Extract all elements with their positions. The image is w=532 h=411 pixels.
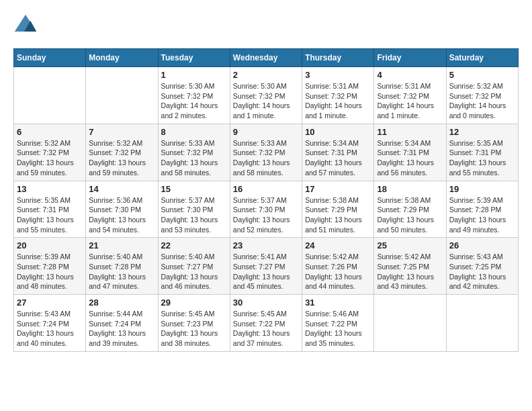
day-number: 28 bbox=[89, 298, 154, 308]
day-info: Sunrise: 5:30 AM Sunset: 7:32 PM Dayligh… bbox=[233, 81, 299, 121]
weekday-header: Saturday bbox=[446, 49, 518, 67]
logo-icon bbox=[13, 13, 38, 38]
day-number: 31 bbox=[305, 298, 371, 308]
day-number: 23 bbox=[233, 240, 299, 250]
weekday-header: Tuesday bbox=[158, 49, 230, 67]
day-info: Sunrise: 5:39 AM Sunset: 7:28 PM Dayligh… bbox=[17, 252, 83, 291]
weekday-header: Thursday bbox=[302, 49, 374, 67]
day-number: 14 bbox=[89, 184, 154, 194]
day-number: 26 bbox=[449, 240, 515, 250]
calendar-cell: 15Sunrise: 5:37 AM Sunset: 7:30 PM Dayli… bbox=[158, 181, 230, 238]
logo bbox=[13, 13, 42, 38]
calendar-cell: 28Sunrise: 5:44 AM Sunset: 7:24 PM Dayli… bbox=[86, 295, 158, 352]
calendar-cell: 24Sunrise: 5:42 AM Sunset: 7:26 PM Dayli… bbox=[302, 238, 374, 295]
weekday-header: Wednesday bbox=[230, 49, 302, 67]
day-number: 30 bbox=[233, 298, 299, 308]
day-info: Sunrise: 5:45 AM Sunset: 7:23 PM Dayligh… bbox=[161, 309, 227, 349]
day-info: Sunrise: 5:35 AM Sunset: 7:31 PM Dayligh… bbox=[17, 195, 83, 235]
day-info: Sunrise: 5:32 AM Sunset: 7:32 PM Dayligh… bbox=[89, 138, 154, 178]
weekday-header: Sunday bbox=[14, 49, 86, 67]
calendar-cell: 19Sunrise: 5:39 AM Sunset: 7:28 PM Dayli… bbox=[446, 181, 518, 238]
day-number: 22 bbox=[161, 240, 227, 250]
calendar-week-row: 27Sunrise: 5:43 AM Sunset: 7:24 PM Dayli… bbox=[14, 295, 519, 352]
day-info: Sunrise: 5:42 AM Sunset: 7:26 PM Dayligh… bbox=[305, 252, 371, 291]
weekday-header: Monday bbox=[86, 49, 158, 67]
calendar-cell bbox=[446, 295, 518, 352]
day-info: Sunrise: 5:41 AM Sunset: 7:27 PM Dayligh… bbox=[233, 252, 299, 291]
day-number: 12 bbox=[449, 127, 515, 137]
calendar-cell bbox=[14, 67, 86, 124]
calendar-cell: 10Sunrise: 5:34 AM Sunset: 7:31 PM Dayli… bbox=[302, 124, 374, 181]
calendar-cell: 1Sunrise: 5:30 AM Sunset: 7:32 PM Daylig… bbox=[158, 67, 230, 124]
day-number: 27 bbox=[17, 298, 83, 308]
day-info: Sunrise: 5:31 AM Sunset: 7:32 PM Dayligh… bbox=[305, 81, 371, 121]
day-number: 25 bbox=[377, 240, 443, 250]
day-number: 15 bbox=[161, 184, 227, 194]
calendar-cell: 14Sunrise: 5:36 AM Sunset: 7:30 PM Dayli… bbox=[86, 181, 158, 238]
day-number: 24 bbox=[305, 240, 371, 250]
weekday-header: Friday bbox=[374, 49, 446, 67]
calendar-cell: 9Sunrise: 5:33 AM Sunset: 7:32 PM Daylig… bbox=[230, 124, 302, 181]
calendar-cell: 16Sunrise: 5:37 AM Sunset: 7:30 PM Dayli… bbox=[230, 181, 302, 238]
day-info: Sunrise: 5:46 AM Sunset: 7:22 PM Dayligh… bbox=[305, 309, 371, 349]
day-info: Sunrise: 5:37 AM Sunset: 7:30 PM Dayligh… bbox=[161, 195, 227, 235]
calendar-cell: 21Sunrise: 5:40 AM Sunset: 7:28 PM Dayli… bbox=[86, 238, 158, 295]
day-number: 18 bbox=[377, 184, 443, 194]
day-info: Sunrise: 5:44 AM Sunset: 7:24 PM Dayligh… bbox=[89, 309, 154, 349]
day-info: Sunrise: 5:40 AM Sunset: 7:27 PM Dayligh… bbox=[161, 252, 227, 291]
calendar-cell: 6Sunrise: 5:32 AM Sunset: 7:32 PM Daylig… bbox=[14, 124, 86, 181]
day-info: Sunrise: 5:36 AM Sunset: 7:30 PM Dayligh… bbox=[89, 195, 154, 235]
day-info: Sunrise: 5:39 AM Sunset: 7:28 PM Dayligh… bbox=[449, 195, 515, 235]
calendar-cell: 20Sunrise: 5:39 AM Sunset: 7:28 PM Dayli… bbox=[14, 238, 86, 295]
day-number: 8 bbox=[161, 127, 227, 137]
calendar-cell bbox=[374, 295, 446, 352]
day-number: 4 bbox=[377, 70, 443, 80]
day-info: Sunrise: 5:45 AM Sunset: 7:22 PM Dayligh… bbox=[233, 309, 299, 349]
calendar-cell: 11Sunrise: 5:34 AM Sunset: 7:31 PM Dayli… bbox=[374, 124, 446, 181]
day-number: 29 bbox=[161, 298, 227, 308]
calendar-cell: 8Sunrise: 5:33 AM Sunset: 7:32 PM Daylig… bbox=[158, 124, 230, 181]
day-info: Sunrise: 5:31 AM Sunset: 7:32 PM Dayligh… bbox=[377, 81, 443, 121]
day-number: 1 bbox=[161, 70, 227, 80]
day-info: Sunrise: 5:33 AM Sunset: 7:32 PM Dayligh… bbox=[161, 138, 227, 178]
day-info: Sunrise: 5:37 AM Sunset: 7:30 PM Dayligh… bbox=[233, 195, 299, 235]
day-number: 5 bbox=[449, 70, 515, 80]
weekday-header-row: SundayMondayTuesdayWednesdayThursdayFrid… bbox=[14, 49, 519, 67]
calendar-cell: 26Sunrise: 5:43 AM Sunset: 7:25 PM Dayli… bbox=[446, 238, 518, 295]
day-info: Sunrise: 5:38 AM Sunset: 7:29 PM Dayligh… bbox=[305, 195, 371, 235]
calendar-cell: 17Sunrise: 5:38 AM Sunset: 7:29 PM Dayli… bbox=[302, 181, 374, 238]
day-info: Sunrise: 5:40 AM Sunset: 7:28 PM Dayligh… bbox=[89, 252, 154, 291]
calendar-week-row: 13Sunrise: 5:35 AM Sunset: 7:31 PM Dayli… bbox=[14, 181, 519, 238]
day-info: Sunrise: 5:30 AM Sunset: 7:32 PM Dayligh… bbox=[161, 81, 227, 121]
calendar-cell: 29Sunrise: 5:45 AM Sunset: 7:23 PM Dayli… bbox=[158, 295, 230, 352]
day-info: Sunrise: 5:32 AM Sunset: 7:32 PM Dayligh… bbox=[17, 138, 83, 178]
calendar-week-row: 1Sunrise: 5:30 AM Sunset: 7:32 PM Daylig… bbox=[14, 67, 519, 124]
calendar-cell bbox=[86, 67, 158, 124]
calendar-cell: 30Sunrise: 5:45 AM Sunset: 7:22 PM Dayli… bbox=[230, 295, 302, 352]
day-number: 3 bbox=[305, 70, 371, 80]
calendar-cell: 2Sunrise: 5:30 AM Sunset: 7:32 PM Daylig… bbox=[230, 67, 302, 124]
calendar-week-row: 20Sunrise: 5:39 AM Sunset: 7:28 PM Dayli… bbox=[14, 238, 519, 295]
day-info: Sunrise: 5:35 AM Sunset: 7:31 PM Dayligh… bbox=[449, 138, 515, 178]
day-number: 9 bbox=[233, 127, 299, 137]
calendar-cell: 13Sunrise: 5:35 AM Sunset: 7:31 PM Dayli… bbox=[14, 181, 86, 238]
calendar-cell: 7Sunrise: 5:32 AM Sunset: 7:32 PM Daylig… bbox=[86, 124, 158, 181]
day-number: 10 bbox=[305, 127, 371, 137]
day-info: Sunrise: 5:43 AM Sunset: 7:24 PM Dayligh… bbox=[17, 309, 83, 349]
day-info: Sunrise: 5:43 AM Sunset: 7:25 PM Dayligh… bbox=[449, 252, 515, 291]
day-info: Sunrise: 5:38 AM Sunset: 7:29 PM Dayligh… bbox=[377, 195, 443, 235]
day-number: 11 bbox=[377, 127, 443, 137]
page-header bbox=[13, 13, 519, 38]
calendar-cell: 18Sunrise: 5:38 AM Sunset: 7:29 PM Dayli… bbox=[374, 181, 446, 238]
day-info: Sunrise: 5:34 AM Sunset: 7:31 PM Dayligh… bbox=[305, 138, 371, 178]
calendar-cell: 23Sunrise: 5:41 AM Sunset: 7:27 PM Dayli… bbox=[230, 238, 302, 295]
calendar-week-row: 6Sunrise: 5:32 AM Sunset: 7:32 PM Daylig… bbox=[14, 124, 519, 181]
day-number: 13 bbox=[17, 184, 83, 194]
day-number: 19 bbox=[449, 184, 515, 194]
day-number: 21 bbox=[89, 240, 154, 250]
calendar-cell: 12Sunrise: 5:35 AM Sunset: 7:31 PM Dayli… bbox=[446, 124, 518, 181]
calendar-cell: 4Sunrise: 5:31 AM Sunset: 7:32 PM Daylig… bbox=[374, 67, 446, 124]
day-info: Sunrise: 5:33 AM Sunset: 7:32 PM Dayligh… bbox=[233, 138, 299, 178]
day-number: 17 bbox=[305, 184, 371, 194]
day-number: 6 bbox=[17, 127, 83, 137]
